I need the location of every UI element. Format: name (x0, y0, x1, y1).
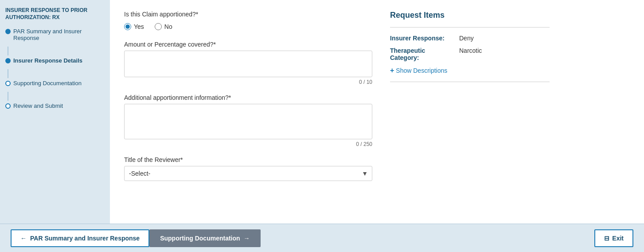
sidebar-label-review-submit: Review and Submit (13, 102, 63, 109)
radio-yes-label: Yes (134, 23, 144, 30)
radio-label-yes[interactable]: Yes (124, 23, 144, 30)
footer: ← PAR Summary and Insurer Response Suppo… (0, 224, 644, 252)
radio-yes[interactable] (124, 23, 131, 30)
insurer-response-row: Insurer Response: Deny (390, 35, 550, 42)
sidebar-item-insurer-response-details[interactable]: Insurer Response Details (5, 57, 105, 64)
sidebar-item-supporting-documentation[interactable]: Supporting Documentation (5, 80, 105, 87)
amount-char-count: 0 / 10 (124, 79, 372, 85)
sidebar-connector-1 (8, 47, 8, 55)
back-arrow-icon: ← (20, 235, 27, 242)
reviewer-select-wrapper: -Select- ▼ (124, 166, 372, 181)
insurer-response-key: Insurer Response: (390, 35, 452, 42)
insurer-response-value: Deny (459, 35, 474, 42)
sidebar-dot-supporting-documentation (5, 81, 11, 86)
footer-left: ← PAR Summary and Insurer Response Suppo… (11, 229, 261, 247)
sidebar-label-par-summary: PAR Summary and Insurer Response (13, 28, 105, 41)
sidebar-connector-2 (8, 69, 8, 78)
sidebar-item-review-submit[interactable]: Review and Submit (5, 102, 105, 109)
therapeutic-value: Narcotic (459, 47, 482, 61)
reviewer-label: Title of the Reviewer* (124, 156, 372, 163)
content-area: Is this Claim apportioned?* Yes No Amoun… (110, 0, 644, 224)
sidebar-item-par-summary[interactable]: PAR Summary and Insurer Response (5, 28, 105, 41)
back-button-label: PAR Summary and Insurer Response (30, 235, 140, 242)
sidebar-label-supporting-documentation: Supporting Documentation (13, 80, 82, 87)
exit-button-label: Exit (612, 235, 624, 242)
plus-icon: + (390, 67, 394, 75)
next-button-label: Supporting Documentation (160, 235, 240, 242)
show-descriptions-label: Show Descriptions (396, 67, 447, 74)
amount-label: Amount or Percentage covered?* (124, 41, 372, 48)
exit-icon: ⊟ (604, 235, 609, 242)
request-items-title: Request Items (390, 11, 550, 20)
divider-bottom (390, 82, 550, 82)
sidebar-connector-3 (8, 92, 8, 101)
reviewer-select[interactable]: -Select- (124, 166, 372, 181)
next-arrow-icon: → (244, 235, 250, 242)
right-panel: Request Items Insurer Response: Deny The… (390, 11, 550, 213)
back-button[interactable]: ← PAR Summary and Insurer Response (11, 229, 149, 247)
sidebar-dot-par-summary (5, 29, 11, 34)
therapeutic-key: Therapeutic Category: (390, 47, 452, 61)
radio-group-apportioned: Yes No (124, 23, 372, 30)
exit-button[interactable]: ⊟ Exit (594, 229, 633, 247)
additional-label: Additional apportionment information?* (124, 94, 372, 101)
amount-textarea[interactable] (124, 51, 372, 77)
apportioned-question: Is this Claim apportioned?* (124, 11, 372, 18)
show-descriptions-link[interactable]: + Show Descriptions (390, 67, 550, 75)
radio-no-label: No (164, 23, 172, 30)
sidebar-label-insurer-response-details: Insurer Response Details (13, 57, 82, 64)
sidebar-header: INSURER RESPONSE TO PRIOR AUTHORIZATION:… (5, 7, 105, 21)
sidebar: INSURER RESPONSE TO PRIOR AUTHORIZATION:… (0, 0, 110, 224)
next-button[interactable]: Supporting Documentation → (149, 229, 260, 247)
therapeutic-row: Therapeutic Category: Narcotic (390, 47, 550, 61)
radio-label-no[interactable]: No (155, 23, 172, 30)
additional-textarea[interactable] (124, 104, 372, 139)
divider-top (390, 27, 550, 28)
radio-no[interactable] (155, 23, 162, 30)
sidebar-dot-insurer-response-details (5, 58, 11, 63)
additional-char-count: 0 / 250 (124, 141, 372, 147)
form-section: Is this Claim apportioned?* Yes No Amoun… (124, 11, 372, 213)
sidebar-dot-review-submit (5, 103, 11, 109)
